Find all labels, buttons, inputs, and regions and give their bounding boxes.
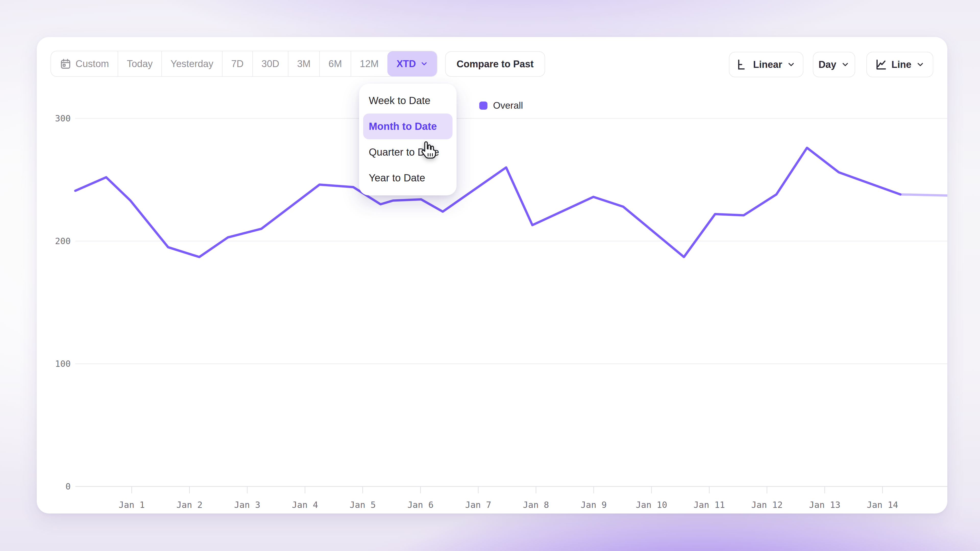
menu-item-week-to-date[interactable]: Week to Date bbox=[363, 88, 452, 114]
app-background: CustomTodayYesterday7D30D3M6M12MXTD Comp… bbox=[0, 0, 980, 551]
x-axis-label-jan-10: Jan 10 bbox=[636, 500, 667, 510]
x-axis-label-jan-5: Jan 5 bbox=[350, 500, 375, 510]
x-axis-label-jan-8: Jan 8 bbox=[523, 500, 549, 510]
cursor-pointer-hand bbox=[419, 140, 439, 162]
y-axis-label-100: 100 bbox=[55, 359, 71, 369]
x-axis-label-jan-4: Jan 4 bbox=[292, 500, 318, 510]
x-axis-label-jan-2: Jan 2 bbox=[177, 500, 202, 510]
x-axis-label-jan-7: Jan 7 bbox=[465, 500, 491, 510]
x-axis-label-jan-6: Jan 6 bbox=[407, 500, 433, 510]
x-axis-label-jan-12: Jan 12 bbox=[751, 500, 783, 510]
overall-line-chart: 0100200300Jan 1Jan 2Jan 3Jan 4Jan 5Jan 6… bbox=[37, 37, 947, 513]
series-line-overall[interactable] bbox=[75, 148, 900, 257]
x-axis-label-jan-14: Jan 14 bbox=[867, 500, 898, 510]
menu-item-quarter-to-date[interactable]: Quarter to Date bbox=[363, 139, 452, 165]
x-axis-label-jan-13: Jan 13 bbox=[809, 500, 840, 510]
series-line-overall-projected[interactable] bbox=[900, 194, 947, 196]
x-axis-label-jan-3: Jan 3 bbox=[234, 500, 260, 510]
menu-item-month-to-date[interactable]: Month to Date bbox=[363, 114, 452, 139]
y-axis-label-0: 0 bbox=[65, 481, 71, 492]
y-axis-label-300: 300 bbox=[55, 113, 71, 124]
x-axis-label-jan-9: Jan 9 bbox=[581, 500, 607, 510]
y-axis-label-200: 200 bbox=[55, 236, 71, 246]
menu-item-year-to-date[interactable]: Year to Date bbox=[363, 165, 452, 191]
analytics-card: CustomTodayYesterday7D30D3M6M12MXTD Comp… bbox=[37, 37, 947, 513]
time-to-date-menu: Week to DateMonth to DateQuarter to Date… bbox=[359, 84, 457, 195]
x-axis-label-jan-11: Jan 11 bbox=[694, 500, 725, 510]
x-axis-label-jan-1: Jan 1 bbox=[119, 500, 145, 510]
